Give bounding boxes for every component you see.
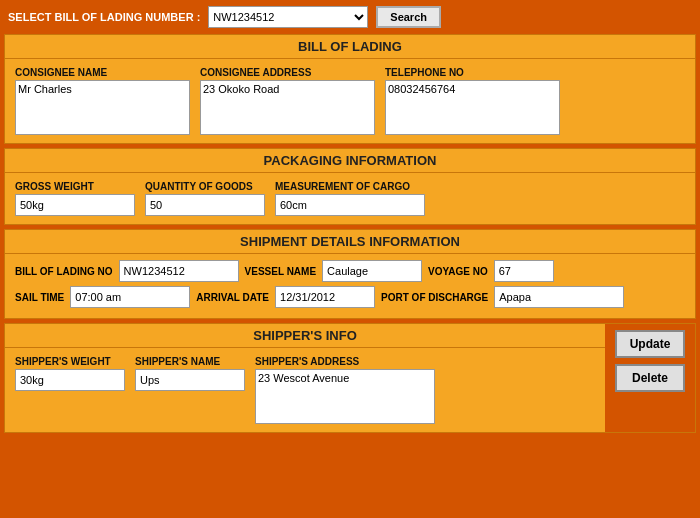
bol-no-input[interactable] xyxy=(119,260,239,282)
bol-select[interactable]: NW1234512 xyxy=(208,6,368,28)
packaging-fields: GROSS WEIGHT QUANTITY OF GOODS MEASUREME… xyxy=(15,181,685,216)
bol-select-label: SELECT BILL OF LADING NUMBER : xyxy=(8,11,200,23)
update-button[interactable]: Update xyxy=(615,330,685,358)
measurement-input[interactable] xyxy=(275,194,425,216)
shipper-address-label: SHIPPER'S ADDRESS xyxy=(255,356,435,367)
bill-of-lading-body: CONSIGNEE NAME CONSIGNEE ADDRESS TELEPHO… xyxy=(5,59,695,143)
search-button[interactable]: Search xyxy=(376,6,441,28)
shippers-info-wrapper: SHIPPER'S INFO SHIPPER'S WEIGHT SHIPPER'… xyxy=(4,323,696,433)
shipment-header: SHIPMENT DETAILS INFORMATION xyxy=(5,230,695,254)
port-of-discharge-input[interactable] xyxy=(494,286,624,308)
bill-of-lading-header: BILL OF LADING xyxy=(5,35,695,59)
shipper-address-group: SHIPPER'S ADDRESS xyxy=(255,356,435,367)
gross-weight-label: GROSS WEIGHT xyxy=(15,181,135,192)
shipper-weight-input-group xyxy=(15,369,125,391)
consignee-address-group: CONSIGNEE ADDRESS xyxy=(200,67,375,135)
shipper-name-group: SHIPPER'S NAME xyxy=(135,356,245,367)
voyage-no-label: VOYAGE NO xyxy=(428,266,488,277)
shipper-weight-label: SHIPPER'S WEIGHT xyxy=(15,356,125,367)
shippers-info-header: SHIPPER'S INFO xyxy=(5,324,605,348)
bill-of-lading-fields: CONSIGNEE NAME CONSIGNEE ADDRESS TELEPHO… xyxy=(15,67,685,135)
measurement-group: MEASUREMENT OF CARGO xyxy=(275,181,425,216)
sail-time-input[interactable] xyxy=(70,286,190,308)
shipper-name-input-group xyxy=(135,369,245,391)
shippers-info-right: Update Delete xyxy=(605,324,695,432)
packaging-header: PACKAGING INFORMATION xyxy=(5,149,695,173)
shipper-name-label: SHIPPER'S NAME xyxy=(135,356,245,367)
shipper-name-input[interactable] xyxy=(135,369,245,391)
shipper-address-input[interactable] xyxy=(255,369,435,424)
shipper-weight-input[interactable] xyxy=(15,369,125,391)
telephone-input[interactable] xyxy=(385,80,560,135)
quantity-group: QUANTITY OF GOODS xyxy=(145,181,265,216)
voyage-no-input[interactable] xyxy=(494,260,554,282)
quantity-input[interactable] xyxy=(145,194,265,216)
consignee-address-label: CONSIGNEE ADDRESS xyxy=(200,67,375,78)
shipper-inputs-row xyxy=(15,369,595,424)
measurement-label: MEASUREMENT OF CARGO xyxy=(275,181,425,192)
shipper-labels-row: SHIPPER'S WEIGHT SHIPPER'S NAME SHIPPER'… xyxy=(15,356,595,367)
packaging-section: PACKAGING INFORMATION GROSS WEIGHT QUANT… xyxy=(4,148,696,225)
shipper-weight-group: SHIPPER'S WEIGHT xyxy=(15,356,125,367)
shippers-info-left: SHIPPER'S INFO SHIPPER'S WEIGHT SHIPPER'… xyxy=(5,324,605,432)
telephone-group: TELEPHONE NO xyxy=(385,67,560,135)
port-of-discharge-label: PORT OF DISCHARGE xyxy=(381,292,488,303)
quantity-label: QUANTITY OF GOODS xyxy=(145,181,265,192)
top-bar: SELECT BILL OF LADING NUMBER : NW1234512… xyxy=(0,0,700,34)
bill-of-lading-section: BILL OF LADING CONSIGNEE NAME CONSIGNEE … xyxy=(4,34,696,144)
delete-button[interactable]: Delete xyxy=(615,364,685,392)
packaging-body: GROSS WEIGHT QUANTITY OF GOODS MEASUREME… xyxy=(5,173,695,224)
consignee-address-input[interactable] xyxy=(200,80,375,135)
consignee-name-label: CONSIGNEE NAME xyxy=(15,67,190,78)
shippers-info-body: SHIPPER'S WEIGHT SHIPPER'S NAME SHIPPER'… xyxy=(5,348,605,432)
vessel-name-input[interactable] xyxy=(322,260,422,282)
gross-weight-input[interactable] xyxy=(15,194,135,216)
consignee-name-group: CONSIGNEE NAME xyxy=(15,67,190,135)
shipment-body: BILL OF LADING NO VESSEL NAME VOYAGE NO … xyxy=(5,254,695,318)
shipper-address-input-group xyxy=(255,369,435,424)
sail-time-label: SAIL TIME xyxy=(15,292,64,303)
consignee-name-input[interactable] xyxy=(15,80,190,135)
arrival-date-input[interactable] xyxy=(275,286,375,308)
bol-no-label: BILL OF LADING NO xyxy=(15,266,113,277)
vessel-name-label: VESSEL NAME xyxy=(245,266,317,277)
gross-weight-group: GROSS WEIGHT xyxy=(15,181,135,216)
arrival-date-label: ARRIVAL DATE xyxy=(196,292,269,303)
shipment-row-2: SAIL TIME ARRIVAL DATE PORT OF DISCHARGE xyxy=(15,286,685,308)
telephone-label: TELEPHONE NO xyxy=(385,67,560,78)
shipment-section: SHIPMENT DETAILS INFORMATION BILL OF LAD… xyxy=(4,229,696,319)
shipment-row-1: BILL OF LADING NO VESSEL NAME VOYAGE NO xyxy=(15,260,685,282)
